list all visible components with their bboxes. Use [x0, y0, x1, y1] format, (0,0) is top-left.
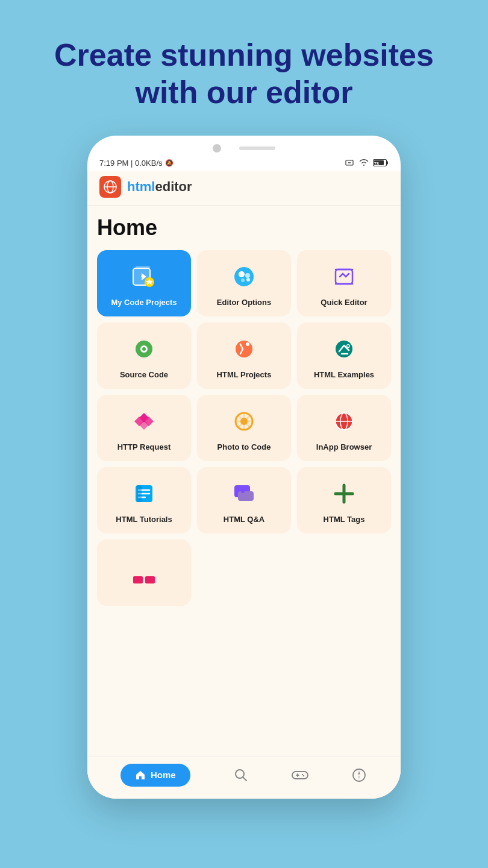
- grid-item-source-code[interactable]: Source Code: [97, 322, 191, 389]
- svg-rect-40: [137, 485, 142, 502]
- grid-item-label-http-request: HTTP Request: [117, 442, 171, 453]
- wifi-icon: [358, 159, 369, 167]
- grid-item-label-html-projects: HTML Projects: [217, 370, 272, 380]
- nav-games-button[interactable]: [292, 767, 308, 784]
- grid-item-label-inapp-browser: InApp Browser: [316, 442, 372, 453]
- status-left: 7:19 PM | 0.0KB/s 🔕: [99, 159, 174, 168]
- grid-item-html-tutorials[interactable]: HTML Tutorials: [97, 467, 191, 533]
- grid-item-http-request[interactable]: HTTP Request: [97, 395, 191, 461]
- svg-marker-56: [358, 771, 360, 775]
- editor-options-icon: [228, 260, 260, 293]
- grid-item-label-html-tutorials: HTML Tutorials: [116, 515, 172, 525]
- nav-search-button[interactable]: [233, 767, 249, 784]
- grid-item-editor-options[interactable]: Editor Options: [197, 250, 291, 316]
- hero-line2: with our editor: [135, 75, 352, 110]
- grid-item-label-html-qa: HTML Q&A: [224, 515, 264, 525]
- hero-section: Create stunning websites with our editor: [30, 36, 458, 112]
- home-icon: [135, 770, 146, 781]
- grid-item-label-my-code-projects: My Code Projects: [111, 298, 177, 308]
- search-icon: [234, 768, 248, 782]
- grid-item-inapp-browser[interactable]: InApp Browser: [297, 395, 391, 461]
- nav-home-label: Home: [151, 770, 176, 780]
- svg-point-25: [142, 347, 146, 351]
- html-tutorials-icon: [128, 477, 160, 510]
- status-time: 7:19 PM | 0.0KB/s: [99, 159, 163, 168]
- svg-point-31: [240, 418, 248, 425]
- svg-point-53: [302, 774, 303, 775]
- grid-item-label-quick-editor: Quick Editor: [321, 298, 367, 308]
- svg-rect-46: [133, 576, 143, 583]
- phone-content[interactable]: Home My Code Projects: [87, 206, 401, 756]
- svg-rect-20: [336, 269, 352, 284]
- grid-item-label-editor-options: Editor Options: [217, 298, 271, 308]
- svg-point-16: [239, 271, 245, 277]
- svg-point-54: [303, 775, 304, 776]
- source-code-icon: [128, 333, 160, 365]
- app-title: htmleditor: [127, 179, 192, 195]
- app-header: htmleditor: [87, 171, 401, 206]
- hero-line1: Create stunning websites: [54, 37, 434, 72]
- gamepad-icon: [292, 769, 308, 781]
- home-title: Home: [97, 215, 391, 241]
- nav-compass-button[interactable]: [351, 767, 368, 784]
- svg-text:78: 78: [374, 162, 379, 166]
- grid-item-html-projects[interactable]: HTML Projects: [197, 322, 291, 389]
- inapp-browser-icon: [328, 405, 360, 438]
- app-logo-icon: [99, 176, 121, 198]
- svg-rect-3: [387, 162, 389, 165]
- grid-item-label-photo-to-code: Photo to Code: [217, 442, 271, 453]
- svg-line-49: [243, 777, 246, 781]
- svg-point-15: [234, 267, 254, 286]
- svg-point-28: [336, 341, 352, 357]
- svg-marker-57: [358, 775, 360, 779]
- grid-item-html-qa[interactable]: HTML Q&A: [197, 467, 291, 533]
- grid-item-label-html-tags: HTML Tags: [324, 515, 365, 525]
- html-projects-icon: [228, 333, 260, 365]
- svg-point-43: [241, 489, 245, 493]
- svg-point-27: [246, 342, 249, 346]
- status-bar: 7:19 PM | 0.0KB/s 🔕 78: [87, 157, 401, 171]
- grid-item-label-html-examples: HTML Examples: [314, 370, 374, 380]
- grid-item-html-tags[interactable]: HTML Tags: [297, 467, 391, 533]
- html-examples-icon: [328, 333, 360, 365]
- phone-frame: 7:19 PM | 0.0KB/s 🔕 78: [87, 136, 401, 799]
- svg-rect-50: [292, 772, 308, 779]
- phone-camera: [213, 144, 221, 153]
- bottom-nav: Home: [87, 756, 401, 799]
- svg-point-18: [241, 278, 245, 282]
- photo-to-code-icon: [228, 405, 260, 438]
- mute-icon: 🔕: [165, 159, 174, 167]
- grid-item-photo-to-code[interactable]: Photo to Code: [197, 395, 291, 461]
- grid-item-label-source-code: Source Code: [120, 370, 168, 380]
- my-code-projects-icon: [128, 260, 160, 293]
- svg-rect-42: [238, 491, 254, 501]
- quick-editor-icon: [328, 260, 360, 293]
- svg-point-26: [236, 341, 252, 357]
- compass-icon: [352, 768, 366, 782]
- grid-item-my-code-projects[interactable]: My Code Projects: [97, 250, 191, 316]
- svg-rect-47: [145, 576, 155, 583]
- svg-point-19: [246, 278, 250, 281]
- grid-item-partial[interactable]: [97, 539, 191, 606]
- grid-item-html-examples[interactable]: HTML Examples: [297, 322, 391, 389]
- html-tags-icon: [328, 477, 360, 510]
- phone-speaker: [239, 146, 275, 150]
- battery-icon: 78: [373, 159, 389, 167]
- svg-point-17: [245, 273, 250, 278]
- grid-item-quick-editor[interactable]: Quick Editor: [297, 250, 391, 316]
- html-qa-icon: [228, 477, 260, 510]
- status-right: 78: [345, 159, 389, 167]
- phone-notch: [87, 136, 401, 157]
- nav-home-button[interactable]: Home: [120, 764, 190, 787]
- feature-grid: My Code Projects Editor Options: [97, 250, 391, 612]
- http-request-icon: [128, 405, 160, 438]
- partial-item-icon: [128, 565, 160, 597]
- screen-icon: [345, 159, 355, 166]
